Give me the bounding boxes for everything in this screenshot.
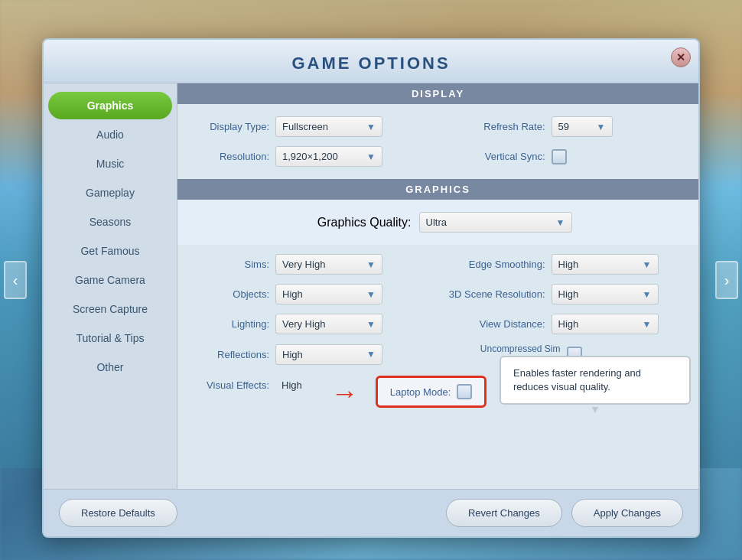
apply-changes-button[interactable]: Apply Changes xyxy=(571,499,683,527)
game-options-modal: Game Options ✕ Graphics Audio Music Game… xyxy=(42,38,700,538)
objects-arrow: ▼ xyxy=(366,289,376,300)
quality-arrow: ▼ xyxy=(556,217,565,228)
vertical-sync-col: Vertical Sync: xyxy=(446,149,684,164)
sidebar-item-audio[interactable]: Audio xyxy=(48,121,172,148)
tooltip-container: Enables faster rendering and reduces vis… xyxy=(500,356,691,405)
display-type-dropdown[interactable]: Fullscreen ▼ xyxy=(275,116,382,137)
objects-col: Objects: High ▼ xyxy=(193,284,431,304)
refresh-rate-col: Refresh Rate: 59 ▼ xyxy=(446,116,684,137)
edge-smoothing-col: Edge Smoothing: High ▼ xyxy=(446,254,684,275)
reflections-arrow: ▼ xyxy=(366,349,376,360)
nav-arrow-left[interactable]: ‹ xyxy=(4,261,27,299)
resolution-row: Resolution: 1,920×1,200 ▼ Vertical Sync: xyxy=(193,142,683,171)
graphics-settings: Sims: Very High ▼ Edge Smoothing: High ▼ xyxy=(177,245,698,422)
sidebar-item-tutorial-tips[interactable]: Tutorial & Tips xyxy=(48,324,172,352)
display-settings: Display Type: Fullscreen ▼ Refresh Rate:… xyxy=(177,104,698,179)
modal-body: Graphics Audio Music Gameplay Seasons Ge… xyxy=(44,83,698,489)
visual-effects-col: Visual Effects: High xyxy=(193,376,308,395)
sims-row: Sims: Very High ▼ Edge Smoothing: High ▼ xyxy=(193,249,683,279)
objects-dropdown[interactable]: High ▼ xyxy=(275,284,382,304)
view-distance-dropdown[interactable]: High ▼ xyxy=(552,314,659,334)
scene-resolution-col: 3D Scene Resolution: High ▼ xyxy=(446,284,684,304)
reflections-label: Reflections: xyxy=(193,349,269,360)
refresh-rate-label: Refresh Rate: xyxy=(446,121,545,132)
refresh-rate-arrow: ▼ xyxy=(597,122,606,132)
footer-right-buttons: Revert Changes Apply Changes xyxy=(446,499,683,527)
sims-label: Sims: xyxy=(193,259,269,270)
sidebar-item-gameplay[interactable]: Gameplay xyxy=(48,179,172,207)
laptop-mode-highlight-box: Laptop Mode: xyxy=(376,376,487,408)
visual-effects-value: High xyxy=(275,376,308,395)
resolution-label: Resolution: xyxy=(193,151,269,162)
resolution-arrow: ▼ xyxy=(366,151,376,162)
sidebar-item-game-camera[interactable]: Game Camera xyxy=(48,266,172,294)
scene-resolution-dropdown[interactable]: High ▼ xyxy=(552,284,659,304)
sidebar-item-screen-capture[interactable]: Screen Capture xyxy=(48,295,172,323)
edge-smoothing-arrow: ▼ xyxy=(643,259,652,270)
display-type-label: Display Type: xyxy=(193,121,269,132)
view-distance-arrow: ▼ xyxy=(643,319,652,330)
edge-smoothing-label: Edge Smoothing: xyxy=(446,259,545,270)
scene-resolution-label: 3D Scene Resolution: xyxy=(446,288,545,300)
sidebar-item-get-famous[interactable]: Get Famous xyxy=(48,237,172,265)
quality-label: Graphics Quality: xyxy=(304,216,412,230)
quality-row-inner: Graphics Quality: Ultra ▼ xyxy=(190,206,686,239)
lighting-label: Lighting: xyxy=(193,318,269,330)
quality-dropdown[interactable]: Ultra ▼ xyxy=(419,212,572,233)
objects-row: Objects: High ▼ 3D Scene Resolution: Hig… xyxy=(193,279,683,309)
lighting-col: Lighting: Very High ▼ xyxy=(193,314,431,334)
main-content: Display Display Type: Fullscreen ▼ Refre… xyxy=(177,83,698,489)
modal-title-bar: Game Options ✕ xyxy=(44,40,698,83)
display-type-col: Display Type: Fullscreen ▼ xyxy=(193,116,431,137)
lighting-row: Lighting: Very High ▼ View Distance: Hig… xyxy=(193,309,683,339)
edge-smoothing-dropdown[interactable]: High ▼ xyxy=(552,254,659,275)
view-distance-label: View Distance: xyxy=(446,318,545,330)
lighting-dropdown[interactable]: Very High ▼ xyxy=(275,314,382,334)
vertical-sync-label: Vertical Sync: xyxy=(446,151,545,162)
visual-effects-label: Visual Effects: xyxy=(193,379,269,391)
tooltip-box: Enables faster rendering and reduces vis… xyxy=(500,356,691,405)
nav-arrow-right[interactable]: › xyxy=(715,261,738,299)
objects-label: Objects: xyxy=(193,288,269,300)
sidebar-item-seasons[interactable]: Seasons xyxy=(48,208,172,236)
sidebar-item-other[interactable]: Other xyxy=(48,353,172,381)
lighting-arrow: ▼ xyxy=(366,319,376,330)
sidebar-item-music[interactable]: Music xyxy=(48,150,172,177)
view-distance-col: View Distance: High ▼ xyxy=(446,314,684,334)
modal-title: Game Options xyxy=(291,54,450,73)
revert-changes-button[interactable]: Revert Changes xyxy=(446,499,562,527)
graphics-section-header: Graphics xyxy=(177,179,698,200)
resolution-col: Resolution: 1,920×1,200 ▼ xyxy=(193,146,431,167)
modal-footer: Restore Defaults Revert Changes Apply Ch… xyxy=(44,489,698,536)
refresh-rate-dropdown[interactable]: 59 ▼ xyxy=(552,116,613,137)
sims-col: Sims: Very High ▼ xyxy=(193,254,431,275)
red-arrow-icon: → xyxy=(331,377,359,409)
restore-defaults-button[interactable]: Restore Defaults xyxy=(59,499,177,527)
laptop-mode-label: Laptop Mode: xyxy=(390,386,451,398)
vertical-sync-checkbox[interactable] xyxy=(552,149,567,164)
sims-arrow: ▼ xyxy=(366,259,376,270)
display-type-arrow: ▼ xyxy=(366,122,376,132)
reflections-dropdown[interactable]: High ▼ xyxy=(275,344,382,365)
display-section-header: Display xyxy=(177,83,698,104)
scene-resolution-arrow: ▼ xyxy=(643,289,652,300)
resolution-dropdown[interactable]: 1,920×1,200 ▼ xyxy=(275,146,382,167)
close-button[interactable]: ✕ xyxy=(671,47,691,67)
sims-dropdown[interactable]: Very High ▼ xyxy=(275,254,382,275)
laptop-mode-checkbox[interactable] xyxy=(457,384,472,399)
red-arrow-annotation: → xyxy=(331,377,359,409)
display-type-row: Display Type: Fullscreen ▼ Refresh Rate:… xyxy=(193,112,683,142)
graphics-quality-row: Graphics Quality: Ultra ▼ xyxy=(177,200,698,245)
reflections-col: Reflections: High ▼ xyxy=(193,344,431,365)
sidebar: Graphics Audio Music Gameplay Seasons Ge… xyxy=(44,83,177,489)
sidebar-item-graphics[interactable]: Graphics xyxy=(48,92,172,119)
